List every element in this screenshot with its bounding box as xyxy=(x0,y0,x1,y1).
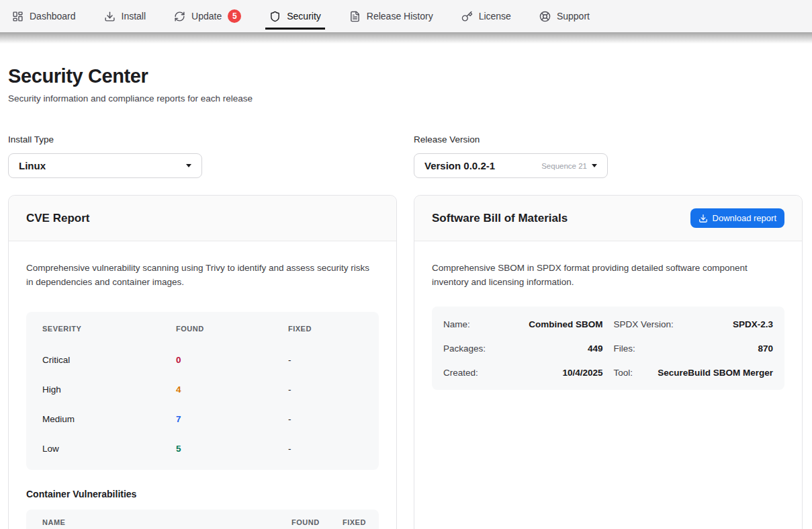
info-label: Packages: xyxy=(443,343,486,354)
update-count-badge: 5 xyxy=(228,9,241,23)
nav-shadow-divider xyxy=(0,32,812,44)
cards-row: CVE Report Comprehensive vulnerability s… xyxy=(8,195,803,529)
cve-report-title: CVE Report xyxy=(26,212,89,225)
fixed-count: - xyxy=(288,414,363,424)
cve-report-header: CVE Report xyxy=(9,196,396,241)
install-type-select[interactable]: Linux xyxy=(8,153,202,178)
nav-tab-label: Release History xyxy=(367,11,433,22)
severity-table-header: SEVERITY FOUND FIXED xyxy=(42,312,363,345)
info-value: SecureBuild SBOM Merger xyxy=(658,368,773,378)
release-version-value: Version 0.0.2-1 xyxy=(424,160,495,171)
chevron-down-icon xyxy=(592,164,597,167)
release-version-select[interactable]: Version 0.0.2-1 Sequence 21 xyxy=(414,153,608,178)
severity-name: Critical xyxy=(42,355,176,365)
install-type-label: Install Type xyxy=(8,134,397,145)
nav-tab-label: License xyxy=(479,11,511,22)
cve-report-description: Comprehensive vulnerability scanning usi… xyxy=(26,261,379,289)
fixed-count: - xyxy=(288,384,363,395)
table-row-low: Low 5 - xyxy=(42,434,363,463)
sbom-info-tool: Tool: SecureBuild SBOM Merger xyxy=(614,360,774,384)
info-label: Created: xyxy=(443,368,478,378)
nav-tab-install[interactable]: Install xyxy=(104,0,146,32)
info-value: 449 xyxy=(588,343,603,354)
col-header-severity: SEVERITY xyxy=(42,325,176,333)
cve-report-body: Comprehensive vulnerability scanning usi… xyxy=(9,241,396,529)
table-row-critical: Critical 0 - xyxy=(42,345,363,374)
nav-tab-label: Security xyxy=(287,11,321,22)
download-report-label: Download report xyxy=(713,213,776,223)
table-row-high: High 4 - xyxy=(42,374,363,404)
sbom-description: Comprehensive SBOM in SPDX format provid… xyxy=(432,261,784,289)
col-header-fixed: FIXED xyxy=(343,518,372,526)
page-subtitle: Security information and compliance repo… xyxy=(8,93,803,104)
container-vulnerabilities-table-header: NAME FOUND FIXED xyxy=(26,510,379,529)
download-icon xyxy=(698,214,708,223)
severity-table: SEVERITY FOUND FIXED Critical 0 - High 4… xyxy=(26,312,379,470)
info-label: Files: xyxy=(614,343,635,354)
sbom-info-grid: Name: Combined SBOM SPDX Version: SPDX-2… xyxy=(432,307,784,390)
nav-tab-security[interactable]: Security xyxy=(269,0,321,32)
cve-report-card: CVE Report Comprehensive vulnerability s… xyxy=(8,195,397,529)
dashboard-icon xyxy=(12,11,24,22)
found-count: 7 xyxy=(176,414,288,424)
sbom-info-packages: Packages: 449 xyxy=(443,336,603,360)
found-count: 0 xyxy=(176,355,288,365)
info-label: Tool: xyxy=(614,368,633,378)
install-type-filter: Install Type Linux xyxy=(8,134,397,178)
table-row-medium: Medium 7 - xyxy=(42,404,363,434)
nav-tab-label: Support xyxy=(557,11,590,22)
download-report-button[interactable]: Download report xyxy=(690,208,784,228)
top-nav: Dashboard Install Update 5 Security Rele… xyxy=(0,0,812,32)
sbom-card: Software Bill of Materials Download repo… xyxy=(414,195,803,529)
chevron-down-icon xyxy=(186,164,191,167)
col-header-found: FOUND xyxy=(291,518,343,526)
lifebuoy-icon xyxy=(539,11,551,22)
fixed-count: - xyxy=(288,444,363,454)
nav-tab-label: Install xyxy=(122,11,146,22)
sbom-info-spdx-version: SPDX Version: SPDX-2.3 xyxy=(614,312,774,336)
download-icon xyxy=(104,11,116,22)
fixed-count: - xyxy=(288,355,363,365)
info-label: Name: xyxy=(443,319,470,329)
severity-name: High xyxy=(42,384,176,395)
col-header-fixed: FIXED xyxy=(288,325,363,333)
sbom-header: Software Bill of Materials Download repo… xyxy=(414,196,802,241)
main-content: Security Center Security information and… xyxy=(0,65,812,529)
info-value: 870 xyxy=(758,343,773,354)
refresh-icon xyxy=(174,11,185,22)
sbom-info-created: Created: 10/4/2025 xyxy=(443,360,603,384)
nav-tab-release-history[interactable]: Release History xyxy=(349,0,433,32)
sbom-info-files: Files: 870 xyxy=(614,336,774,360)
col-header-name: NAME xyxy=(42,518,291,526)
nav-tab-dashboard[interactable]: Dashboard xyxy=(12,0,76,32)
found-count: 5 xyxy=(176,444,288,454)
sbom-info-name: Name: Combined SBOM xyxy=(443,312,603,336)
install-type-value: Linux xyxy=(19,160,46,171)
release-version-filter: Release Version Version 0.0.2-1 Sequence… xyxy=(414,134,803,178)
info-value: SPDX-2.3 xyxy=(733,319,773,329)
sbom-body: Comprehensive SBOM in SPDX format provid… xyxy=(414,241,802,409)
found-count: 4 xyxy=(176,384,288,395)
filters-row: Install Type Linux Release Version Versi… xyxy=(8,134,803,178)
sbom-title: Software Bill of Materials xyxy=(432,212,568,225)
severity-name: Low xyxy=(42,444,176,454)
info-label: SPDX Version: xyxy=(614,319,674,329)
nav-tab-license[interactable]: License xyxy=(461,0,511,32)
shield-icon xyxy=(269,11,281,22)
nav-tab-update[interactable]: Update 5 xyxy=(174,0,241,32)
sequence-label: Sequence 21 xyxy=(541,162,587,170)
release-version-label: Release Version xyxy=(414,134,803,145)
info-value: 10/4/2025 xyxy=(562,368,602,378)
severity-name: Medium xyxy=(42,414,176,424)
info-value: Combined SBOM xyxy=(529,319,602,329)
file-text-icon xyxy=(349,11,361,22)
container-vulnerabilities-title: Container Vulnerabilities xyxy=(26,489,379,499)
nav-tab-label: Dashboard xyxy=(30,11,76,22)
col-header-found: FOUND xyxy=(176,325,288,333)
nav-tab-label: Update xyxy=(191,11,222,22)
key-icon xyxy=(461,11,473,22)
page-title: Security Center xyxy=(8,65,803,87)
nav-tab-support[interactable]: Support xyxy=(539,0,590,32)
